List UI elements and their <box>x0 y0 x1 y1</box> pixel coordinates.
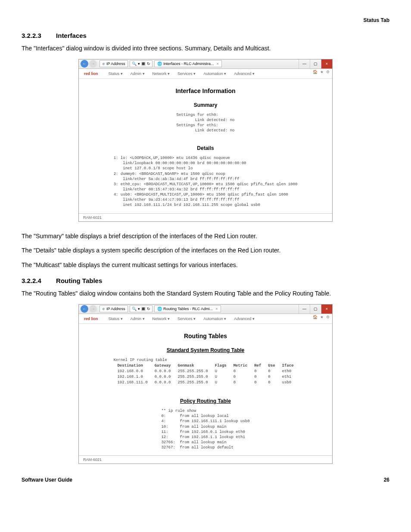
ie-icon: e <box>103 62 105 66</box>
app-top-nav: red lion Status ▾ Admin ▾ Network ▾ Serv… <box>79 69 332 79</box>
globe-icon: 🌐 <box>157 307 162 311</box>
window-footer: RAM-6021 <box>79 213 332 221</box>
search-controls[interactable]: 🔍 ▾ 🔳 ↻ <box>130 305 153 312</box>
close-icon[interactable]: × <box>321 59 332 68</box>
content-area: Routing Tables Standard System Routing T… <box>79 324 332 455</box>
window-buttons: — ▢ × <box>299 305 332 314</box>
tab-title: Interfaces - RLC Administra... <box>163 62 214 66</box>
panel-title: Routing Tables <box>92 333 319 339</box>
content-area: Interface Information Summary Settings f… <box>79 79 332 213</box>
std-routing-block: Kernel IP routing table Destination Gate… <box>113 358 297 386</box>
std-routing-heading: Standard System Routing Table <box>92 347 319 353</box>
table-row: 192.168.1.00.0.0.0255.255.255.0U000eth1 <box>114 375 296 380</box>
window-buttons: — ▢ × <box>299 59 332 68</box>
menu-services[interactable]: Services ▾ <box>177 317 196 321</box>
details-desc: The "Details" table displays a system sp… <box>22 246 389 255</box>
close-icon[interactable]: × <box>321 305 332 314</box>
section-title: Interfaces <box>56 32 87 39</box>
browser-tab[interactable]: 🌐 Routing Tables - RLC Admi... × <box>154 305 221 312</box>
favorite-icon[interactable]: ★ <box>320 315 324 319</box>
table-header-row: Destination Gateway Genmask Flags Metric… <box>114 364 296 368</box>
menu-network[interactable]: Network ▾ <box>153 317 170 321</box>
minimize-icon[interactable]: — <box>299 305 310 314</box>
back-button[interactable]: ← <box>81 305 88 313</box>
address-bar[interactable]: e IP Address <box>100 305 128 312</box>
forward-button[interactable]: → <box>89 305 97 313</box>
menu-status[interactable]: Status ▾ <box>109 317 123 321</box>
address-text: IP Address <box>106 307 125 311</box>
intro-routing: The "Routing Tables" dialog window conta… <box>22 289 389 298</box>
section-heading-routing: 3.2.2.4 Routing Tables <box>22 277 389 284</box>
browser-tool-row: 🏠 ★ ⚙ <box>313 315 330 319</box>
section-number: 3.2.2.4 <box>22 277 41 284</box>
menu-automation[interactable]: Automation ▾ <box>203 72 226 76</box>
forward-button[interactable]: → <box>89 60 97 68</box>
panel-title: Interface Information <box>92 87 319 94</box>
std-routing-caption: Kernel IP routing table <box>113 358 297 363</box>
address-text: IP Address <box>106 62 125 66</box>
ie-icon: e <box>103 307 105 311</box>
gear-icon[interactable]: ⚙ <box>326 315 330 319</box>
intro-interfaces: The "Interfaces" dialog window is divide… <box>22 44 389 53</box>
std-routing-table: Destination Gateway Genmask Flags Metric… <box>113 363 297 386</box>
browser-chrome: ← → e IP Address 🔍 ▾ 🔳 ↻ 🌐 Routing Table… <box>79 305 332 314</box>
brand-label: red lion <box>84 317 98 321</box>
globe-icon: 🌐 <box>157 62 162 66</box>
minimize-icon[interactable]: — <box>299 59 310 68</box>
maximize-icon[interactable]: ▢ <box>310 59 321 68</box>
window-footer: RAM-6021 <box>79 455 332 464</box>
menu-automation[interactable]: Automation ▾ <box>203 317 226 321</box>
section-heading-interfaces: 3.2.2.3 Interfaces <box>22 32 389 39</box>
menu-admin[interactable]: Admin ▾ <box>131 317 145 321</box>
home-icon[interactable]: 🏠 <box>313 70 318 74</box>
table-row: 192.168.111.00.0.0.0255.255.255.0U000usb… <box>114 380 296 385</box>
tab-close-icon[interactable]: × <box>215 307 218 311</box>
back-button[interactable]: ← <box>81 60 88 68</box>
summary-output: Settings for eth0: Link detected: no Set… <box>176 112 234 134</box>
page-footer: Software User Guide 26 <box>22 477 389 483</box>
details-heading: Details <box>92 145 319 151</box>
summary-heading: Summary <box>92 102 319 108</box>
summary-desc: The "Summary" table displays a brief des… <box>22 232 389 241</box>
policy-routing-output: ** ip rule show 0: from all lookup local… <box>161 408 249 450</box>
menu-status[interactable]: Status ▾ <box>109 72 123 76</box>
details-output: 1: lo: <LOOPBACK,UP,10000> mtu 16436 qdi… <box>114 156 298 208</box>
menu-network[interactable]: Network ▾ <box>153 72 170 76</box>
menu-advanced[interactable]: Advanced ▾ <box>234 72 255 76</box>
screenshot-routing: ← → e IP Address 🔍 ▾ 🔳 ↻ 🌐 Routing Table… <box>78 304 333 464</box>
tab-close-icon[interactable]: × <box>216 62 218 66</box>
footer-right: 26 <box>384 477 389 483</box>
page-header-right: Status Tab <box>22 17 389 23</box>
multicast-desc: The "Multicast" table displays the curre… <box>22 261 389 270</box>
footer-left: Software User Guide <box>22 477 72 483</box>
address-bar[interactable]: e IP Address <box>100 60 128 67</box>
table-row: 192.168.0.00.0.0.0255.255.255.0U000eth0 <box>114 369 296 374</box>
policy-routing-heading: Policy Routing Table <box>92 398 319 404</box>
home-icon[interactable]: 🏠 <box>313 315 318 319</box>
app-top-nav: red lion Status ▾ Admin ▾ Network ▾ Serv… <box>79 314 332 324</box>
favorite-icon[interactable]: ★ <box>320 70 324 74</box>
section-number: 3.2.2.3 <box>22 32 41 39</box>
brand-label: red lion <box>84 72 98 76</box>
section-title: Routing Tables <box>56 277 102 284</box>
tab-title: Routing Tables - RLC Admi... <box>163 307 213 311</box>
screenshot-interfaces: ← → e IP Address 🔍 ▾ 🔳 ↻ 🌐 Interfaces - … <box>78 59 333 222</box>
menu-admin[interactable]: Admin ▾ <box>131 72 145 76</box>
menu-advanced[interactable]: Advanced ▾ <box>234 317 255 321</box>
search-controls[interactable]: 🔍 ▾ 🔳 ↻ <box>130 60 153 67</box>
browser-chrome: ← → e IP Address 🔍 ▾ 🔳 ↻ 🌐 Interfaces - … <box>79 59 332 69</box>
menu-services[interactable]: Services ▾ <box>177 72 196 76</box>
gear-icon[interactable]: ⚙ <box>326 70 330 74</box>
browser-tool-row: 🏠 ★ ⚙ <box>313 70 330 74</box>
maximize-icon[interactable]: ▢ <box>310 305 321 314</box>
browser-tab[interactable]: 🌐 Interfaces - RLC Administra... × <box>154 60 222 67</box>
